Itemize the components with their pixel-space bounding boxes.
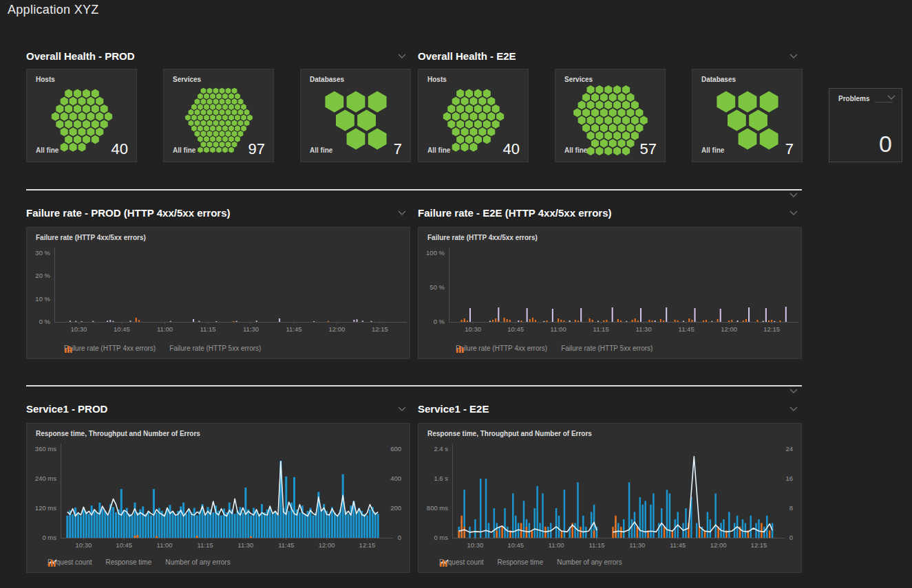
svg-text:11:30: 11:30 [636,325,652,333]
chevron-down-icon[interactable] [398,54,406,58]
svg-text:12:15: 12:15 [763,325,780,333]
chart-plot[interactable]: 100 %50 %0 %10:3010:4511:0011:1511:3011:… [418,228,801,360]
svg-text:11:45: 11:45 [278,541,294,549]
svg-text:200: 200 [390,504,401,512]
chevron-down-icon[interactable] [398,210,406,215]
svg-text:50 %: 50 % [430,283,445,291]
health-tile[interactable]: Databases All fine 7 [300,69,411,162]
health-tile[interactable]: Databases All fine 7 [692,69,803,162]
legend-item-failure-rate-http-5xx-errors-[interactable]: Failure rate (HTTP 5xx errors) [561,345,653,352]
svg-text:10:45: 10:45 [507,325,524,333]
svg-text:12:15: 12:15 [372,325,388,333]
svg-text:1.6 s: 1.6 s [434,475,448,482]
legend-item-response-time[interactable]: Response time [498,558,544,566]
health-status-label: All fine [36,146,59,154]
svg-text:12:00: 12:00 [721,325,737,333]
section-header-overall-e2e: Overall Health - E2E [418,50,798,62]
bar-series-icon [64,345,74,353]
legend-item-number-of-any-errors[interactable]: Number of any errors [165,558,230,566]
chevron-down-icon[interactable] [398,406,406,411]
health-tile[interactable]: Services All fine 97 [163,69,274,162]
svg-text:16: 16 [785,475,793,482]
section-divider [26,189,802,190]
svg-text:10:45: 10:45 [114,325,130,333]
chevron-down-icon[interactable] [789,193,798,197]
svg-text:12:15: 12:15 [751,541,767,549]
chevron-down-icon[interactable] [789,389,798,393]
svg-text:11:15: 11:15 [200,325,215,333]
svg-text:2.4 s: 2.4 s [434,445,448,453]
chart-content: Failure rate (HTTP 4xx/5xx errors) 100 %… [418,228,801,358]
bar-series-icon [456,345,465,353]
section-title: Failure rate - E2E (HTTP 4xx/5xx errors) [418,207,612,219]
legend-label: Response time [106,558,152,566]
svg-text:10:30: 10:30 [71,325,87,333]
legend-label: Response time [498,558,544,566]
chart-legend: Failure rate (HTTP 4xx errors)Failure ra… [456,345,653,352]
svg-text:12:00: 12:00 [319,541,335,549]
section-title: Service1 - E2E [418,403,489,415]
service1-e2e-chart-tile[interactable]: Response time, Throughput and Number of … [418,423,802,573]
legend-item-failure-rate-http-4xx-errors-[interactable]: Failure rate (HTTP 4xx errors) [64,345,156,352]
svg-text:0: 0 [789,534,793,541]
page-title: Application XYZ [8,3,99,17]
section-header-overall-prod: Overall Health - PROD [26,50,406,62]
entity-count: 97 [248,140,265,158]
section-title: Failure rate - PROD (HTTP 4xx/5xx errors… [26,207,231,219]
health-tile[interactable]: Hosts All fine 40 [418,69,529,162]
entity-count: 7 [785,140,794,158]
svg-text:11:30: 11:30 [629,541,645,549]
svg-text:11:30: 11:30 [237,541,253,549]
entity-count: 57 [640,140,657,158]
chart-legend: Failure rate (HTTP 4xx errors)Failure ra… [64,345,261,352]
svg-text:20 %: 20 % [35,272,50,279]
chart-plot[interactable]: 2.4 s1.6 s800 ms0 ms24168010:3010:4511:0… [418,424,801,574]
svg-text:10:30: 10:30 [75,541,92,549]
svg-text:11:15: 11:15 [593,325,609,333]
svg-text:800 ms: 800 ms [427,504,448,512]
svg-text:11:00: 11:00 [157,325,173,333]
problems-tile[interactable]: Problems 0 [829,88,902,162]
bar-series-icon [439,558,449,567]
chart-content: Response time, Throughput and Number of … [27,424,410,572]
svg-text:12:00: 12:00 [710,541,727,549]
bar-series-icon [47,558,57,567]
legend-item-number-of-any-errors[interactable]: Number of any errors [557,558,622,566]
legend-label: Failure rate (HTTP 5xx errors) [561,345,653,352]
legend-item-failure-rate-http-5xx-errors-[interactable]: Failure rate (HTTP 5xx errors) [169,345,261,352]
svg-text:10:45: 10:45 [507,541,524,549]
health-status-label: All fine [701,146,724,154]
health-status-label: All fine [310,146,332,154]
health-tile[interactable]: Services All fine 57 [555,69,666,162]
svg-text:11:45: 11:45 [679,325,694,333]
svg-text:10:30: 10:30 [465,325,481,333]
service1-prod-chart-tile[interactable]: Response time, Throughput and Number of … [26,423,410,573]
svg-text:0 ms: 0 ms [42,534,56,541]
legend-item-response-time[interactable]: Response time [106,558,152,566]
svg-text:11:00: 11:00 [549,541,564,549]
svg-text:11:45: 11:45 [286,325,301,333]
svg-text:12:15: 12:15 [359,541,376,549]
failure-rate-prod-chart-tile[interactable]: Failure rate (HTTP 4xx/5xx errors) 30 %2… [26,227,410,359]
legend-label: Failure rate (HTTP 4xx errors) [64,345,156,352]
chart-plot[interactable]: 30 %20 %10 %0 %10:3010:4511:0011:1511:30… [27,228,410,360]
health-status-label: All fine [427,146,450,154]
svg-text:11:15: 11:15 [588,541,604,549]
svg-text:11:00: 11:00 [551,325,566,333]
chevron-down-icon[interactable] [887,95,895,100]
svg-text:0: 0 [398,534,401,541]
tile-title: Problems [838,95,870,102]
chart-plot[interactable]: 360 ms240 ms120 ms0 ms600400200010:3010:… [27,424,410,574]
svg-text:120 ms: 120 ms [35,504,56,512]
svg-text:11:45: 11:45 [670,541,686,549]
entity-count: 40 [112,140,128,158]
chevron-down-icon[interactable] [789,54,798,58]
section-header-failure-prod: Failure rate - PROD (HTTP 4xx/5xx errors… [26,206,406,219]
chevron-down-icon[interactable] [789,210,798,215]
chevron-down-icon[interactable] [789,406,798,411]
failure-rate-e2e-chart-tile[interactable]: Failure rate (HTTP 4xx/5xx errors) 100 %… [418,227,802,359]
legend-item-failure-rate-http-4xx-errors-[interactable]: Failure rate (HTTP 4xx errors) [456,345,547,352]
legend-label: Number of any errors [165,558,230,566]
svg-text:24: 24 [785,445,793,453]
health-tile[interactable]: Hosts All fine 40 [26,69,137,162]
